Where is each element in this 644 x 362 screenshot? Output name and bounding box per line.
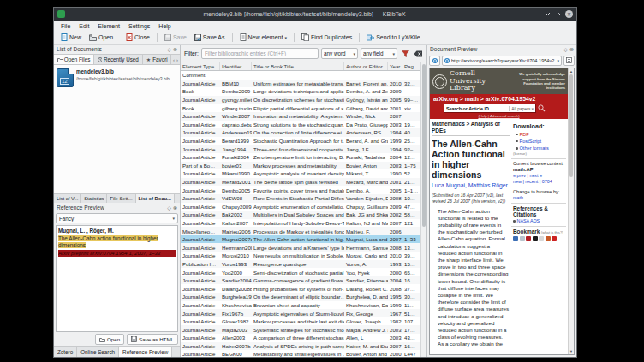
download-link[interactable]: Other formats xyxy=(516,145,566,151)
download-link[interactable]: PostScript xyxy=(516,138,566,145)
table-row[interactable]: Journal ArticleSandier2004Gamma-converge… xyxy=(181,276,420,285)
nasa-ads-link[interactable]: NASA ADS xyxy=(513,218,566,223)
scroll-down-icon[interactable]: ▼ xyxy=(569,349,574,353)
tab-statistics[interactable]: Statistics xyxy=(81,194,107,203)
breadcrumb[interactable]: arXiv.org > math > arXiv:0704.1954v2 xyxy=(433,96,564,102)
table-row[interactable]: Journal ArticleBurghelea1995On the deter… xyxy=(181,293,420,301)
table-row[interactable]: Journal ArticleBEGK00Metastability and s… xyxy=(181,350,420,357)
column-header-title[interactable]: Title or Book Title xyxy=(252,62,344,70)
reddit-icon[interactable] xyxy=(546,236,551,241)
close-panel-icon[interactable]: ⊗ xyxy=(173,46,177,52)
paper-authors[interactable]: Luca Mugnai, Matthias Röger xyxy=(432,182,510,190)
search-pubmed-button[interactable] xyxy=(400,49,410,59)
scrollbar-thumb[interactable] xyxy=(569,74,573,177)
titlebar[interactable]: mendeley3.bib [/home/fish/git/kbibtex/te… xyxy=(54,8,576,21)
digg-icon[interactable] xyxy=(539,236,544,241)
table-row[interactable]: Journal ArticleMikami1990Asymptotic anal… xyxy=(181,169,420,178)
table-row[interactable]: Bookgilbarg.truding…Elliptic partial dif… xyxy=(181,104,420,112)
table-row[interactable]: Journal ArticleKhoshnevisan1…Brownian sh… xyxy=(181,301,420,310)
prev-next-links[interactable]: « prev | next » xyxy=(513,173,566,178)
table-row[interactable]: Journal ArticleMugnai2007aThe Allen-Cahn… xyxy=(181,235,420,244)
search-scope-select[interactable]: All papers ▾ xyxy=(509,106,534,111)
sciencewise-icon[interactable] xyxy=(552,236,557,241)
table-row[interactable]: Miscellaneo…Malrieu2006Processus de Mark… xyxy=(181,227,420,235)
float-panel-icon[interactable]: ◇ xyxy=(167,205,171,211)
open-button[interactable]: Open... xyxy=(86,33,122,43)
table-row[interactable]: Journal ArticleHairer2007bAnalysis of SP… xyxy=(181,342,420,351)
table-row[interactable]: Journal ArticleFunaki2004Zero temperatur… xyxy=(181,153,420,162)
save-button[interactable]: Save xyxy=(161,33,190,43)
close-panel-icon[interactable]: ⊗ xyxy=(173,205,177,211)
tab-recently-used[interactable]: Recently Used xyxy=(94,55,143,64)
scroll-up-icon[interactable]: ▲ xyxy=(569,69,574,74)
table-row[interactable]: Journal ArticleAllen2003A comparison of … xyxy=(181,334,420,342)
browse-link[interactable]: math xyxy=(513,195,566,200)
menu-help[interactable]: Help xyxy=(154,23,175,29)
search-icon[interactable] xyxy=(538,104,546,112)
table-row[interactable]: Journal ArticleMajda2003Systematic strat… xyxy=(181,325,420,334)
find-duplicates-button[interactable]: Find Duplicates xyxy=(298,32,355,43)
float-panel-icon[interactable]: ◇ xyxy=(564,46,568,52)
table-row[interactable]: Journal ArticleHerrmann2008Large deviati… xyxy=(181,243,420,252)
chevron-down-icon[interactable]: ▾ xyxy=(284,35,287,40)
table-row[interactable]: Journal ArticleDalang2008bHitting probab… xyxy=(181,284,420,293)
new-button[interactable]: New xyxy=(57,32,85,43)
table-row[interactable]: Journal ArticleKalton2007Interpolation o… xyxy=(181,219,420,228)
close-panel-icon[interactable]: ⊗ xyxy=(569,46,574,52)
column-header-element-type[interactable]: Element Type xyxy=(181,62,220,70)
new-element-button[interactable]: New element ▾ xyxy=(236,32,290,43)
table-row[interactable]: Journal ArticleBerard1999Stochastic Quan… xyxy=(181,137,420,145)
table-row[interactable]: Journal ArticleBak2002Multipliers in Dua… xyxy=(181,211,420,219)
table-row[interactable]: Journal ArticleJiang1994Three-and four-d… xyxy=(181,145,420,153)
help-links[interactable]: (Help | Advanced search) xyxy=(433,114,564,118)
minimize-button[interactable] xyxy=(543,9,552,19)
table-row[interactable]: Journal ArticleGlover1982Markov processe… xyxy=(181,317,420,326)
scrollbar-thumb[interactable] xyxy=(422,64,426,227)
menu-file[interactable]: File xyxy=(57,23,75,29)
maximize-button[interactable] xyxy=(554,9,564,19)
table-row[interactable]: Journal ArticleYoo2000Semi-discretizatio… xyxy=(181,268,420,276)
table-row[interactable]: Journal ArticleFix1967bAsymptotic eigenv… xyxy=(181,309,420,317)
list-item[interactable]: mendeley3.bib /home/fish/git/kbibtex/tes… xyxy=(57,68,177,87)
bookmark-hint-link[interactable]: (what is this?) xyxy=(541,230,564,234)
float-panel-icon[interactable]: ◇ xyxy=(167,46,171,52)
close-window-button[interactable]: ✕ xyxy=(565,10,573,18)
menu-settings[interactable]: Settings xyxy=(124,23,154,29)
table-row[interactable]: Journal Articlegyongy.millet05On discret… xyxy=(181,96,420,104)
preview-style-select[interactable]: Fancy ▾ xyxy=(56,213,178,223)
save-as-html-button[interactable]: Save as HTML xyxy=(127,334,178,345)
open-reference-button[interactable]: Open xyxy=(95,334,124,345)
tab-online-search[interactable]: Online Search xyxy=(77,347,119,357)
tab-zotero[interactable]: Zotero xyxy=(54,347,77,357)
tab-scroll-right-icon[interactable]: › xyxy=(176,57,178,62)
url-select[interactable]: http://arxiv.org/search?query=arXiv:0704… xyxy=(442,56,562,66)
table-row[interactable]: Journal ArticleDembo2005Favorite points,… xyxy=(181,186,420,194)
table-row[interactable]: Part of a Bo…bovier03Markov processes an… xyxy=(181,162,420,170)
column-header-year[interactable]: Year xyxy=(388,62,402,70)
send-to-lyx-button[interactable]: Send to LyX/Kile xyxy=(363,33,424,43)
open-externally-button[interactable] xyxy=(564,56,575,66)
table-row[interactable]: Comment xyxy=(181,71,420,80)
table-row[interactable]: Publication I…Voros1993Résurgence quanti… xyxy=(181,260,420,269)
tab-list-of-documents[interactable]: List of Docu... xyxy=(136,194,175,203)
tab-reference-preview[interactable]: Reference Preview xyxy=(119,347,172,357)
new-recent-links[interactable]: new | recent | 0704 xyxy=(513,179,566,184)
table-row[interactable]: Journal ArticleChapuy2009Asymptotic enum… xyxy=(181,203,420,211)
download-link[interactable]: PDF xyxy=(516,131,566,138)
license-link[interactable]: (license) xyxy=(513,151,566,156)
clear-filter-button[interactable] xyxy=(413,49,423,59)
table-row[interactable]: Journal Articledaprato.debus…Strong solu… xyxy=(181,121,420,129)
mendeley-icon[interactable] xyxy=(526,236,531,241)
save-as-button[interactable]: Save As xyxy=(191,33,229,43)
bibsonomy-icon[interactable] xyxy=(520,236,525,241)
table-row[interactable]: Journal ArticleWinder2007Innovation and … xyxy=(181,112,420,121)
tab-open-files[interactable]: Open Files xyxy=(54,55,94,64)
filter-field-mode-select[interactable]: any field▾ xyxy=(361,48,397,59)
arxiv-search-box[interactable]: Search or Article ID All papers ▾ xyxy=(444,104,536,113)
table-row[interactable]: BookDembo2009Large deviations techniques… xyxy=(181,87,420,96)
tab-list-of-values[interactable]: List of V... xyxy=(54,194,81,203)
column-header-identifier[interactable]: Identifier xyxy=(220,62,252,70)
table-row[interactable]: Journal ArticleBBM10Uniform estimates fo… xyxy=(181,80,420,88)
filter-word-mode-select[interactable]: any word▾ xyxy=(321,48,358,59)
tab-file-settings[interactable]: File Sett... xyxy=(107,194,135,203)
